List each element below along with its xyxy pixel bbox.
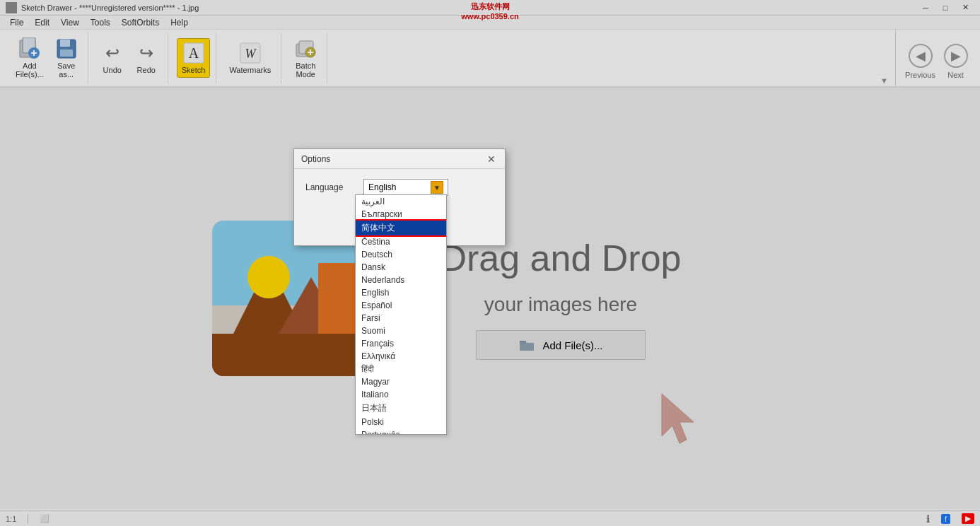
- lang-option-hungarian[interactable]: Magyar: [356, 375, 446, 388]
- lang-option-hindi[interactable]: हिंदी: [356, 363, 446, 375]
- dialog-titlebar: Options ✕: [294, 149, 505, 169]
- language-dropdown[interactable]: العربية Български 简体中文 Čeština Deutsch D…: [355, 194, 447, 435]
- language-label: Language: [305, 182, 355, 192]
- lang-option-chinese[interactable]: 简体中文: [356, 221, 446, 235]
- lang-option-spanish[interactable]: Español: [356, 299, 446, 312]
- current-language-value: English: [368, 182, 396, 192]
- lang-option-polish[interactable]: Polski: [356, 416, 446, 428]
- modal-overlay: Options ✕ Language English ▼ العربية Бъл…: [0, 0, 980, 526]
- options-dialog: Options ✕ Language English ▼ العربية Бъл…: [293, 148, 506, 246]
- language-select[interactable]: English ▼: [363, 179, 448, 196]
- lang-option-czech[interactable]: Čeština: [356, 235, 446, 248]
- lang-option-french[interactable]: Français: [356, 337, 446, 350]
- dialog-close-button[interactable]: ✕: [485, 153, 498, 165]
- lang-option-arabic[interactable]: العربية: [356, 195, 446, 208]
- dialog-body: Language English ▼ العربية Български 简体中…: [294, 169, 505, 213]
- lang-option-danish[interactable]: Dansk: [356, 261, 446, 274]
- lang-option-japanese[interactable]: 日本語: [356, 401, 446, 416]
- lang-option-greek[interactable]: Ελληνικά: [356, 350, 446, 363]
- lang-option-italian[interactable]: Italiano: [356, 388, 446, 401]
- lang-option-finnish[interactable]: Suomi: [356, 325, 446, 337]
- language-row: Language English ▼: [305, 179, 494, 196]
- lang-option-dutch[interactable]: Nederlands: [356, 274, 446, 286]
- lang-option-english[interactable]: English: [356, 286, 446, 299]
- dropdown-arrow-icon: ▼: [431, 181, 443, 194]
- lang-option-bulgarian[interactable]: Български: [356, 208, 446, 221]
- dialog-title: Options: [301, 154, 330, 164]
- lang-option-farsi[interactable]: Farsi: [356, 312, 446, 325]
- lang-option-portuguese[interactable]: Português: [356, 428, 446, 435]
- lang-option-german[interactable]: Deutsch: [356, 248, 446, 261]
